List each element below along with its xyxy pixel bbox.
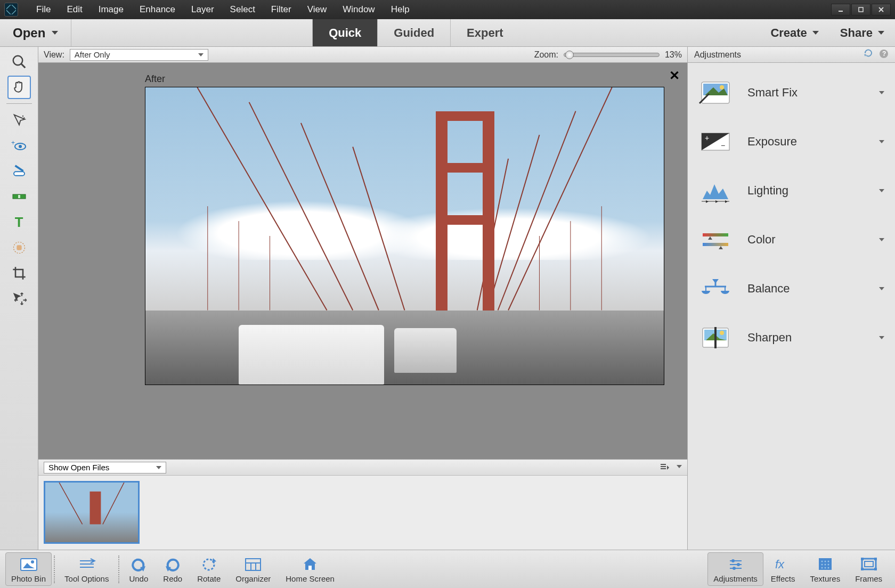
adj-sharpen[interactable]: Sharpen: [691, 313, 892, 362]
textures-tab-button[interactable]: Textures: [802, 555, 848, 583]
adjustments-tab-button[interactable]: Adjustments: [707, 552, 763, 586]
bb-label: Tool Options: [64, 574, 109, 583]
create-dropdown[interactable]: Create: [760, 19, 829, 46]
menu-layer[interactable]: Layer: [184, 2, 222, 18]
bottom-toolbar: Photo Bin Tool Options Undo Redo Rotate …: [0, 550, 895, 588]
tool-column: + T: [0, 47, 38, 550]
rotate-button[interactable]: Rotate: [190, 555, 228, 583]
sharpen-icon: [698, 325, 733, 350]
balance-icon: [698, 276, 733, 301]
menu-image[interactable]: Image: [91, 2, 131, 18]
menu-filter[interactable]: Filter: [264, 2, 299, 18]
open-dropdown[interactable]: Open: [0, 19, 71, 46]
frames-tab-button[interactable]: Frames: [848, 555, 890, 583]
menu-view[interactable]: View: [300, 2, 335, 18]
svg-line-13: [15, 166, 23, 171]
menu-edit[interactable]: Edit: [59, 2, 90, 18]
minimize-button[interactable]: [831, 4, 850, 15]
zoom-tool[interactable]: [7, 50, 31, 74]
tool-options-button[interactable]: Tool Options: [57, 555, 116, 583]
svg-rect-57: [703, 233, 728, 236]
svg-line-23: [508, 87, 612, 311]
home-icon: [302, 555, 318, 573]
share-dropdown[interactable]: Share: [829, 19, 895, 46]
effects-tab-button[interactable]: fx Effects: [763, 555, 803, 583]
undo-button[interactable]: Undo: [121, 555, 156, 583]
photo-bin-thumbnail[interactable]: [44, 481, 140, 544]
svg-point-8: [23, 117, 25, 118]
close-button[interactable]: [872, 4, 891, 15]
adj-balance[interactable]: Balance: [691, 264, 892, 313]
separator: [54, 556, 55, 583]
svg-point-100: [827, 564, 829, 566]
adj-lighting[interactable]: Lighting: [691, 166, 892, 215]
svg-rect-106: [861, 558, 864, 560]
svg-point-103: [827, 567, 829, 569]
adj-exposure[interactable]: +− Exposure: [691, 117, 892, 166]
organizer-button[interactable]: Organizer: [228, 555, 278, 583]
canvas-area[interactable]: After ✕: [38, 63, 687, 459]
chevron-down-icon[interactable]: [677, 465, 682, 468]
menu-file[interactable]: File: [29, 2, 58, 18]
svg-marker-70: [714, 327, 717, 348]
svg-text:fx: fx: [775, 558, 785, 571]
svg-rect-105: [865, 561, 873, 567]
organizer-icon: [245, 555, 262, 573]
redo-icon: [164, 555, 182, 573]
hand-tool[interactable]: [7, 76, 31, 99]
svg-point-73: [31, 560, 34, 564]
svg-point-5: [13, 56, 22, 66]
maximize-button[interactable]: [851, 4, 870, 15]
titlebar: File Edit Image Enhance Layer Select Fil…: [0, 0, 895, 19]
zoom-slider[interactable]: [564, 53, 660, 57]
help-icon[interactable]: ?: [879, 49, 889, 61]
home-screen-button[interactable]: Home Screen: [278, 555, 342, 583]
photo-bin-button[interactable]: Photo Bin: [5, 552, 52, 586]
mode-quick[interactable]: Quick: [312, 19, 377, 46]
chevron-down-icon: [879, 189, 884, 192]
zoom-slider-thumb[interactable]: [565, 51, 574, 59]
chevron-down-icon: [878, 31, 884, 35]
bin-filter-dropdown[interactable]: Show Open Files: [44, 462, 166, 473]
menu-window[interactable]: Window: [335, 2, 382, 18]
whiten-teeth-tool[interactable]: [7, 159, 31, 183]
svg-line-20: [249, 102, 353, 311]
adj-smart-fix[interactable]: Smart Fix: [691, 68, 892, 117]
svg-rect-108: [861, 568, 864, 570]
type-tool[interactable]: T: [7, 210, 31, 234]
canvas-after-label: After: [145, 74, 165, 85]
bb-label: Effects: [771, 574, 795, 583]
photobin-icon: [20, 555, 38, 573]
svg-point-95: [821, 561, 823, 562]
adj-label: Color: [747, 233, 864, 247]
bin-menu-icon[interactable]: [660, 463, 669, 472]
adj-color[interactable]: Color: [691, 215, 892, 264]
view-dropdown[interactable]: After Only: [70, 49, 208, 61]
photo-canvas[interactable]: [145, 87, 664, 385]
spot-heal-tool[interactable]: [7, 236, 31, 259]
app-logo-icon: [4, 3, 18, 17]
mode-guided[interactable]: Guided: [377, 19, 450, 46]
menu-bar: File Edit Image Enhance Layer Select Fil…: [29, 2, 417, 18]
chevron-down-icon: [198, 53, 204, 56]
mode-expert[interactable]: Expert: [450, 19, 519, 46]
view-label: View:: [44, 50, 64, 60]
menu-help[interactable]: Help: [384, 2, 417, 18]
reset-icon[interactable]: [863, 49, 874, 61]
svg-rect-2: [859, 7, 863, 12]
straighten-tool[interactable]: [7, 185, 31, 208]
svg-point-97: [827, 561, 829, 562]
redo-button[interactable]: Redo: [156, 555, 190, 583]
redeye-tool[interactable]: +: [7, 134, 31, 157]
svg-line-24: [498, 111, 576, 311]
chevron-down-icon: [879, 287, 884, 290]
move-tool[interactable]: [7, 287, 31, 311]
adj-label: Exposure: [747, 135, 864, 149]
menu-enhance[interactable]: Enhance: [132, 2, 183, 18]
close-document-icon[interactable]: ✕: [669, 68, 680, 83]
chevron-down-icon: [879, 238, 884, 241]
svg-text:+: +: [705, 134, 709, 142]
menu-select[interactable]: Select: [223, 2, 263, 18]
quick-select-tool[interactable]: [7, 108, 31, 132]
crop-tool[interactable]: [7, 262, 31, 285]
